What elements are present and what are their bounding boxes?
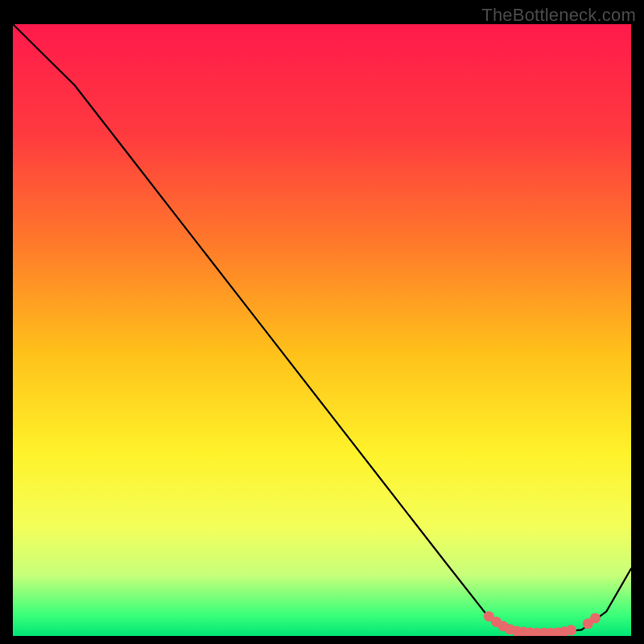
- bottleneck-chart: [0, 0, 644, 644]
- highlight-dot: [590, 613, 601, 623]
- chart-stage: TheBottleneck.com: [0, 0, 644, 644]
- gradient-background: [13, 24, 631, 636]
- highlight-dot: [566, 625, 576, 635]
- watermark-text: TheBottleneck.com: [481, 5, 636, 26]
